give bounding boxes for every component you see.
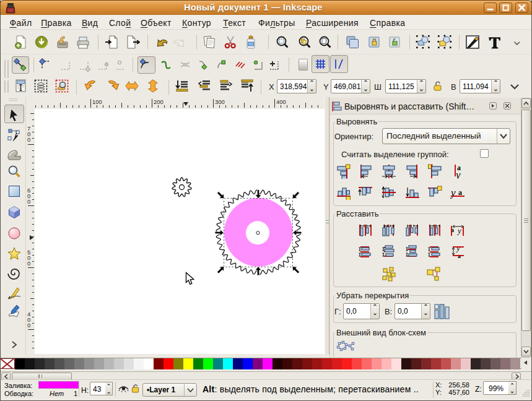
svg-text:200: 200 bbox=[154, 98, 164, 105]
svg-text:400: 400 bbox=[276, 98, 286, 105]
svg-text:0: 0 bbox=[27, 260, 30, 267]
svg-text:y: y bbox=[450, 187, 456, 199]
svg-text:100: 100 bbox=[92, 98, 102, 105]
svg-text:y: y bbox=[456, 226, 461, 235]
svg-text:0: 0 bbox=[27, 198, 30, 205]
svg-text:0: 0 bbox=[27, 136, 30, 143]
svg-text:300: 300 bbox=[215, 98, 225, 105]
svg-text:0: 0 bbox=[27, 322, 30, 329]
svg-text:a: a bbox=[458, 188, 462, 197]
svg-text:y: y bbox=[455, 244, 460, 252]
